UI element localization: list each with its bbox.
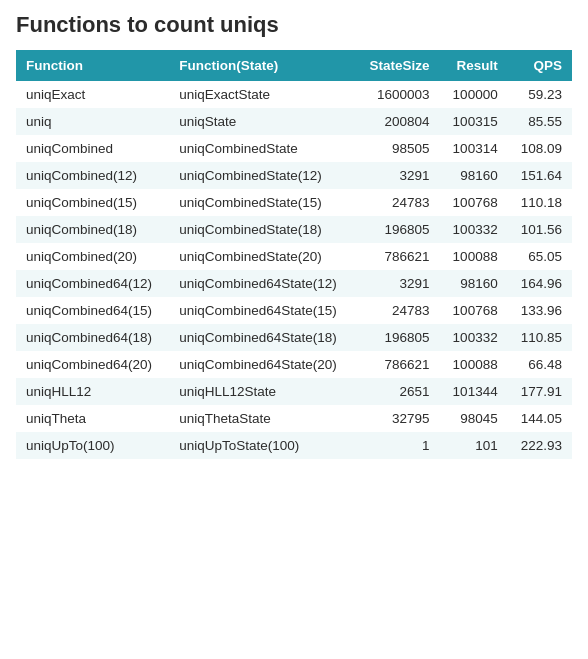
table-row: uniqCombined64(15)uniqCombined64State(15… [16,297,572,324]
col-function-state: Function(State) [169,50,355,81]
col-qps: QPS [508,50,572,81]
table-cell: 65.05 [508,243,572,270]
table-cell: uniqState [169,108,355,135]
table-cell: 100088 [439,243,507,270]
page-title: Functions to count uniqs [16,12,572,38]
table-cell: uniqCombined(18) [16,216,169,243]
table-cell: uniqCombined64(15) [16,297,169,324]
col-result: Result [439,50,507,81]
table-cell: 110.85 [508,324,572,351]
table-cell: 101 [439,432,507,459]
table-cell: uniqCombined64State(18) [169,324,355,351]
table-cell: uniqExact [16,81,169,108]
table-cell: 100314 [439,135,507,162]
table-cell: 100000 [439,81,507,108]
table-cell: 100332 [439,324,507,351]
table-cell: uniqThetaState [169,405,355,432]
table-header: Function Function(State) StateSize Resul… [16,50,572,81]
table-cell: uniqTheta [16,405,169,432]
table-row: uniqExactuniqExactState160000310000059.2… [16,81,572,108]
table-cell: 144.05 [508,405,572,432]
table-row: uniquniqState20080410031585.55 [16,108,572,135]
table-cell: 3291 [356,162,440,189]
table-cell: 66.48 [508,351,572,378]
table-cell: 196805 [356,216,440,243]
table-cell: 24783 [356,189,440,216]
table-cell: 786621 [356,351,440,378]
table-row: uniqCombined(20)uniqCombinedState(20)786… [16,243,572,270]
table-cell: 222.93 [508,432,572,459]
table-row: uniqCombineduniqCombinedState98505100314… [16,135,572,162]
table-cell: 786621 [356,243,440,270]
table-cell: 98160 [439,270,507,297]
table-cell: uniqUpToState(100) [169,432,355,459]
table-row: uniqCombined64(18)uniqCombined64State(18… [16,324,572,351]
table-cell: uniqCombinedState(12) [169,162,355,189]
table-cell: 98160 [439,162,507,189]
table-cell: uniqCombinedState(15) [169,189,355,216]
table-cell: 101.56 [508,216,572,243]
table-cell: uniqCombined64(18) [16,324,169,351]
table-row: uniqCombined(12)uniqCombinedState(12)329… [16,162,572,189]
functions-table: Function Function(State) StateSize Resul… [16,50,572,459]
table-cell: 200804 [356,108,440,135]
table-cell: 32795 [356,405,440,432]
table-row: uniqHLL12uniqHLL12State2651101344177.91 [16,378,572,405]
table-cell: 1 [356,432,440,459]
table-cell: uniq [16,108,169,135]
table-cell: 98045 [439,405,507,432]
table-cell: uniqCombined(12) [16,162,169,189]
table-cell: 100332 [439,216,507,243]
table-cell: uniqExactState [169,81,355,108]
table-cell: 100315 [439,108,507,135]
table-cell: 110.18 [508,189,572,216]
table-row: uniqUpTo(100)uniqUpToState(100)1101222.9… [16,432,572,459]
table-row: uniqCombined(15)uniqCombinedState(15)247… [16,189,572,216]
table-cell: uniqCombined [16,135,169,162]
table-cell: uniqCombined64State(15) [169,297,355,324]
table-cell: 59.23 [508,81,572,108]
table-cell: 98505 [356,135,440,162]
table-cell: 100768 [439,297,507,324]
table-cell: 133.96 [508,297,572,324]
col-state-size: StateSize [356,50,440,81]
table-cell: 2651 [356,378,440,405]
table-cell: uniqCombinedState(20) [169,243,355,270]
table-cell: uniqCombined(20) [16,243,169,270]
table-cell: 100768 [439,189,507,216]
table-cell: uniqCombined64State(20) [169,351,355,378]
col-function: Function [16,50,169,81]
header-row: Function Function(State) StateSize Resul… [16,50,572,81]
table-cell: uniqHLL12 [16,378,169,405]
table-cell: uniqCombined(15) [16,189,169,216]
table-cell: 164.96 [508,270,572,297]
table-cell: uniqUpTo(100) [16,432,169,459]
table-cell: uniqCombined64State(12) [169,270,355,297]
table-body: uniqExactuniqExactState160000310000059.2… [16,81,572,459]
table-cell: uniqHLL12State [169,378,355,405]
table-cell: 3291 [356,270,440,297]
table-cell: 100088 [439,351,507,378]
table-cell: 101344 [439,378,507,405]
table-cell: 177.91 [508,378,572,405]
table-cell: uniqCombinedState(18) [169,216,355,243]
table-cell: 85.55 [508,108,572,135]
table-row: uniqCombined64(20)uniqCombined64State(20… [16,351,572,378]
table-row: uniqCombined64(12)uniqCombined64State(12… [16,270,572,297]
table-cell: uniqCombined64(20) [16,351,169,378]
table-cell: uniqCombined64(12) [16,270,169,297]
table-cell: 108.09 [508,135,572,162]
table-cell: 1600003 [356,81,440,108]
table-cell: 151.64 [508,162,572,189]
table-cell: uniqCombinedState [169,135,355,162]
table-cell: 196805 [356,324,440,351]
table-row: uniqThetauniqThetaState3279598045144.05 [16,405,572,432]
table-cell: 24783 [356,297,440,324]
table-row: uniqCombined(18)uniqCombinedState(18)196… [16,216,572,243]
